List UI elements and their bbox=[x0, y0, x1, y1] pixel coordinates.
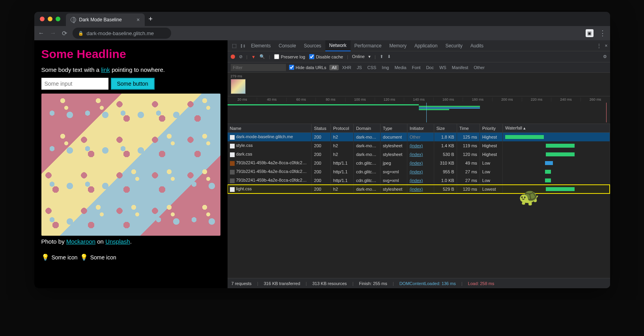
address-bar: ← → ⟳ 🔒 dark-mode-baseline.glitch.me ▣ ⋮ bbox=[34, 26, 610, 40]
timeline[interactable]: 20 ms40 ms60 ms80 ms100 ms120 ms140 ms16… bbox=[228, 96, 610, 124]
devtools-tab-sources[interactable]: Sources bbox=[300, 40, 325, 51]
close-window-icon[interactable] bbox=[40, 17, 45, 21]
maximize-window-icon[interactable] bbox=[56, 17, 60, 21]
filter-pill-font[interactable]: Font bbox=[409, 65, 423, 70]
devtools-tab-network[interactable]: Network bbox=[325, 40, 351, 51]
preserve-log-checkbox[interactable]: Preserve log bbox=[274, 54, 305, 59]
timeline-tick: 80 ms bbox=[315, 98, 345, 101]
preserve-log-label: Preserve log bbox=[281, 54, 305, 59]
filter-pill-other[interactable]: Other bbox=[471, 65, 487, 70]
column-header-type[interactable]: Type bbox=[380, 124, 407, 133]
network-row[interactable]: 791b2241-459b-4a2e-8cca-c0fdc2…200http/1… bbox=[228, 176, 610, 185]
forward-button[interactable]: → bbox=[50, 30, 56, 37]
minimize-window-icon[interactable] bbox=[48, 17, 52, 21]
browser-window: Dark Mode Baseline × + ← → ⟳ 🔒 dark-mode… bbox=[34, 12, 610, 288]
record-icon[interactable] bbox=[231, 54, 235, 59]
filter-pill-css[interactable]: CSS bbox=[365, 65, 379, 70]
filter-input[interactable] bbox=[231, 64, 286, 71]
form-row: Some button bbox=[41, 78, 220, 90]
filter-pill-doc[interactable]: Doc bbox=[424, 65, 436, 70]
network-row[interactable]: style.css200h2dark-mo…stylesheet(index)1… bbox=[228, 141, 610, 150]
browser-menu-icon[interactable]: ⋮ bbox=[599, 29, 606, 38]
status-finish: Finish: 255 ms bbox=[359, 281, 387, 286]
column-header-protocol[interactable]: Protocol bbox=[330, 124, 353, 133]
timeline-tick: 160 ms bbox=[433, 98, 463, 101]
url-text: dark-mode-baseline.glitch.me bbox=[87, 30, 154, 36]
text-input[interactable] bbox=[41, 78, 108, 90]
page-headline: Some Headline bbox=[41, 47, 220, 61]
filter-toggle-icon[interactable]: ▼ bbox=[251, 54, 256, 59]
title-bar: Dark Mode Baseline × + bbox=[34, 12, 610, 26]
network-row[interactable]: 791b2241-459b-4a2e-8cca-c0fdc2…200http/1… bbox=[228, 167, 610, 176]
new-tab-button[interactable]: + bbox=[149, 15, 153, 23]
column-header-domain[interactable]: Domain bbox=[353, 124, 380, 133]
image-caption: Photo by Mockaroon on Unsplash. bbox=[41, 238, 220, 245]
column-header-status[interactable]: Status bbox=[312, 124, 330, 133]
screenshot-thumbnail[interactable] bbox=[231, 79, 246, 94]
timeline-tick: 100 ms bbox=[345, 98, 375, 101]
network-row[interactable]: 791b2241-459b-4a2e-8cca-c0fdc2…200http/1… bbox=[228, 159, 610, 167]
url-bar[interactable]: 🔒 dark-mode-baseline.glitch.me bbox=[73, 28, 171, 39]
filter-pill-js[interactable]: JS bbox=[355, 65, 364, 70]
settings-icon[interactable]: ⚙ bbox=[603, 54, 607, 59]
devtools-tab-performance[interactable]: Performance bbox=[351, 40, 386, 51]
devtools-tab-console[interactable]: Console bbox=[275, 40, 300, 51]
filter-pill-media[interactable]: Media bbox=[392, 65, 409, 70]
filter-pill-ws[interactable]: WS bbox=[437, 65, 449, 70]
timeline-tick: 180 ms bbox=[463, 98, 492, 101]
timeline-tick: 120 ms bbox=[375, 98, 404, 101]
status-requests: 7 requests bbox=[231, 281, 252, 286]
network-table[interactable]: NameStatusProtocolDomainTypeInitiatorSiz… bbox=[228, 124, 610, 278]
network-row[interactable]: dark-mode-baseline.glitch.me200h2dark-mo… bbox=[228, 133, 610, 142]
timeline-tick: 240 ms bbox=[551, 98, 581, 101]
devtools-tab-memory[interactable]: Memory bbox=[385, 40, 410, 51]
filter-pill-xhr[interactable]: XHR bbox=[340, 65, 353, 70]
column-header-priority[interactable]: Priority bbox=[480, 124, 502, 133]
inspect-icon[interactable]: ⬚ bbox=[230, 43, 239, 49]
upload-icon[interactable]: ⬆ bbox=[380, 54, 383, 59]
column-header-time[interactable]: Time bbox=[457, 124, 480, 133]
body-link[interactable]: link bbox=[101, 66, 110, 73]
status-transferred: 316 KB transferred bbox=[264, 281, 300, 286]
extension-icon[interactable]: ▣ bbox=[586, 29, 594, 37]
devtools-tab-elements[interactable]: Elements bbox=[247, 40, 275, 51]
timeline-tick: 220 ms bbox=[522, 98, 551, 101]
lock-icon: 🔒 bbox=[78, 31, 84, 36]
browser-tab[interactable]: Dark Mode Baseline × bbox=[66, 13, 145, 26]
caption-before: Photo by bbox=[41, 238, 66, 245]
overview-strip[interactable]: 279 ms bbox=[228, 73, 610, 96]
throttle-select[interactable]: Online ▾ bbox=[352, 54, 371, 59]
some-button[interactable]: Some button bbox=[111, 78, 155, 90]
column-header-initiator[interactable]: Initiator bbox=[407, 124, 434, 133]
devtools-close-icon[interactable]: × bbox=[605, 43, 607, 49]
back-button[interactable]: ← bbox=[38, 30, 45, 37]
caption-site-link[interactable]: Unsplash bbox=[105, 238, 130, 245]
status-dcl: DOMContentLoaded: 136 ms bbox=[399, 281, 456, 286]
body-text: Some body text with a bbox=[41, 66, 101, 73]
column-header-waterfall[interactable]: Waterfall ▴ bbox=[502, 124, 610, 133]
reload-button[interactable]: ⟳ bbox=[62, 30, 67, 37]
devtools-more-icon[interactable]: ⋮ bbox=[597, 43, 601, 49]
network-row[interactable]: light.css200h2dark-mo…stylesheet(index)5… bbox=[228, 185, 610, 193]
bulb-icon: 💡 bbox=[41, 253, 49, 261]
filter-pill-manifest[interactable]: Manifest bbox=[450, 65, 471, 70]
disable-cache-checkbox[interactable]: Disable cache bbox=[309, 54, 343, 59]
close-tab-icon[interactable]: × bbox=[136, 17, 140, 23]
devtools-tab-security[interactable]: Security bbox=[441, 40, 466, 51]
hide-data-urls-checkbox[interactable]: Hide data URLs bbox=[289, 65, 327, 70]
status-load: Load: 258 ms bbox=[468, 281, 495, 286]
bulb-icon: 💡 bbox=[80, 253, 88, 261]
network-row[interactable]: dark.css200h2dark-mo…stylesheet(index)53… bbox=[228, 150, 610, 159]
caption-author-link[interactable]: Mockaroon bbox=[66, 238, 95, 245]
clear-icon[interactable]: ⊘ bbox=[239, 54, 243, 59]
column-header-size[interactable]: Size bbox=[434, 124, 457, 133]
filter-pill-all[interactable]: All bbox=[329, 65, 339, 70]
globe-icon bbox=[71, 17, 76, 23]
column-header-name[interactable]: Name bbox=[228, 124, 312, 133]
search-icon[interactable]: 🔍 bbox=[259, 54, 265, 59]
devtools-tab-application[interactable]: Application bbox=[411, 40, 442, 51]
devtools-tab-audits[interactable]: Audits bbox=[467, 40, 487, 51]
download-icon[interactable]: ⬇ bbox=[387, 54, 391, 59]
device-icon[interactable]: ⫿⫾ bbox=[239, 43, 247, 49]
filter-pill-img[interactable]: Img bbox=[379, 65, 391, 70]
